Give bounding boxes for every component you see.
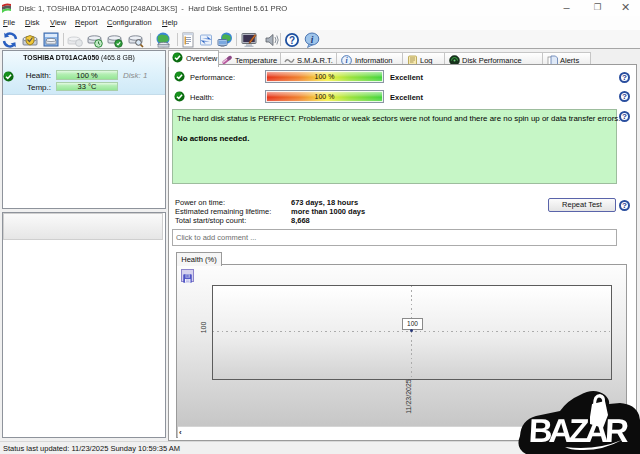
svg-text:?: ? bbox=[289, 35, 295, 46]
svg-text:i: i bbox=[311, 35, 314, 45]
